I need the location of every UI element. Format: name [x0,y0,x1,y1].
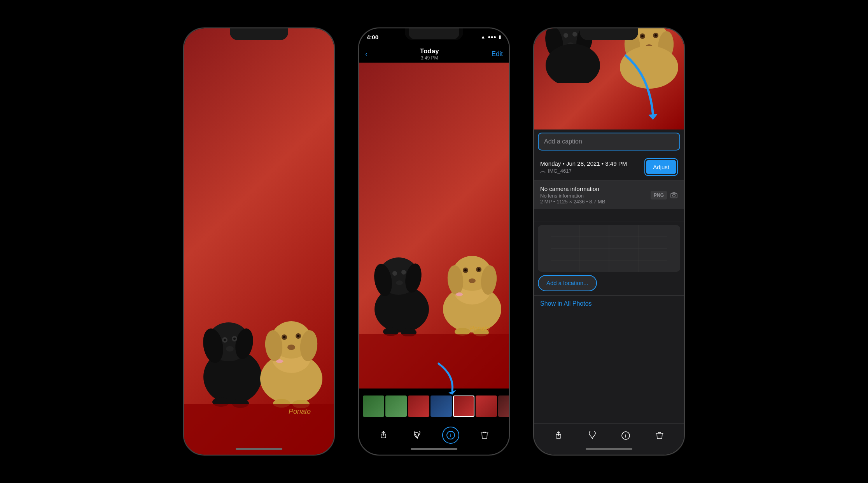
svg-point-52 [572,32,577,37]
notch-2 [409,28,459,39]
dot-3: – [552,213,555,219]
photo-date: Monday • Jun 28, 2021 • 3:49 PM [540,160,627,167]
photo-view-1: Ponato [184,28,334,455]
info-button-2[interactable]: i [442,427,459,444]
thumb-4[interactable] [430,396,452,417]
info-button-3[interactable]: i [617,427,634,444]
svg-point-27 [392,271,397,276]
svg-point-38 [464,269,467,271]
status-time-2: 4:00 [367,34,378,40]
location-map [538,225,680,272]
svg-point-51 [564,33,568,38]
notch-1 [234,28,284,39]
home-indicator-3[interactable] [586,448,632,450]
photo-filename: IMG_4617 [540,168,627,174]
nav-title-2: Today [420,47,439,55]
delete-button-2[interactable] [476,427,493,444]
thumb-6[interactable] [476,396,497,417]
home-indicator-1[interactable] [236,448,282,450]
thumbnail-strip-2 [359,392,509,420]
golden-dog [256,311,326,408]
svg-rect-65 [671,193,677,198]
camera-info-text: No camera information [540,186,606,192]
golden-dog-2 [439,247,505,338]
divider-2 [534,222,684,222]
svg-point-8 [226,346,234,352]
svg-point-29 [396,280,403,285]
photo-area-2: Ponato [359,63,509,388]
lens-info-text: No lens information [540,193,606,199]
info-button-container-2: i [442,427,459,444]
format-badge: PNG [651,191,667,200]
add-location-label: Add a location... [546,280,588,286]
home-indicator-2[interactable] [411,448,457,450]
share-button-3[interactable] [550,427,567,444]
info-photo-top [534,28,684,130]
status-icons-2: ▲ ●●● ▮ [481,34,501,40]
svg-marker-64 [648,114,658,120]
notch-3 [584,28,634,39]
info-panel-3: Add a caption Monday • Jun 28, 2021 • 3:… [534,28,684,455]
svg-point-17 [283,336,285,338]
photo-signature-2: Ponato [470,325,490,332]
svg-point-41 [469,278,476,283]
show-all-photos-link[interactable]: Show in All Photos [534,296,684,312]
camera-info-right: PNG [651,191,678,200]
signal-icon: ●●● [488,34,496,40]
caption-input-row[interactable]: Add a caption [538,133,680,150]
phone-2: 4:00 ▲ ●●● ▮ ‹ Today 3:49 PM Edit [358,28,510,455]
phone-1: Ponato [183,28,335,455]
thumb-1[interactable] [363,396,384,417]
svg-point-66 [673,194,676,197]
adjust-button[interactable]: Adjust [646,160,676,174]
phone-3: Add a caption Monday • Jun 28, 2021 • 3:… [533,28,685,455]
edit-button-2[interactable]: Edit [492,50,503,58]
meta-left: Monday • Jun 28, 2021 • 3:49 PM IMG_4617 [540,160,627,174]
toolbar-3: i [534,424,684,447]
nav-bar-2: ‹ Today 3:49 PM Edit [359,46,509,63]
camera-info-left: No camera information No lens informatio… [540,186,606,205]
camera-icon [670,191,678,199]
svg-point-40 [478,268,480,271]
dot-1: – [540,213,543,219]
svg-point-59 [641,35,644,37]
svg-text:i: i [450,432,452,438]
thumb-5-selected[interactable] [453,396,474,417]
adjust-button-wrapper: Adjust [644,158,678,176]
back-button-2[interactable]: ‹ [365,50,368,58]
map-bg [538,225,680,272]
thumb-2[interactable] [385,396,407,417]
wifi-icon: ▲ [481,34,485,40]
svg-point-7 [233,338,236,340]
nav-title-group-2: Today 3:49 PM [420,47,439,61]
thumb-7[interactable] [498,396,509,417]
thumb-3[interactable] [408,396,429,417]
delete-button-3[interactable] [651,427,668,444]
svg-point-5 [224,339,226,341]
toolbar-spacer [534,312,684,340]
photo-signature-1: Ponato [289,408,311,416]
blue-arrow-3 [618,52,668,123]
dot-4: – [558,213,561,219]
svg-point-19 [297,335,299,337]
share-button-2[interactable] [375,427,392,444]
favorite-button-3[interactable] [584,427,601,444]
add-location-button[interactable]: Add a location... [538,275,597,291]
ground-2 [359,334,509,388]
add-location-wrapper: Add a location... [538,275,680,291]
black-dog-2 [371,243,433,338]
caption-placeholder: Add a caption [544,138,582,145]
nav-subtitle-2: 3:49 PM [420,55,439,61]
black-dog [200,307,266,408]
metadata-row: Monday • Jun 28, 2021 • 3:49 PM IMG_4617… [534,154,684,180]
toolbar-2: i [359,424,509,447]
dot-2: – [546,213,549,219]
camera-info-row: No camera information No lens informatio… [534,181,684,209]
svg-point-28 [401,270,406,275]
svg-text:i: i [625,433,626,439]
svg-point-20 [287,345,295,350]
photo-specs: 2 MP • 1125 × 2436 • 8.7 MB [540,199,606,205]
dots-row: – – – – [534,210,684,222]
svg-point-61 [654,34,657,37]
favorite-button-2[interactable] [409,427,426,444]
